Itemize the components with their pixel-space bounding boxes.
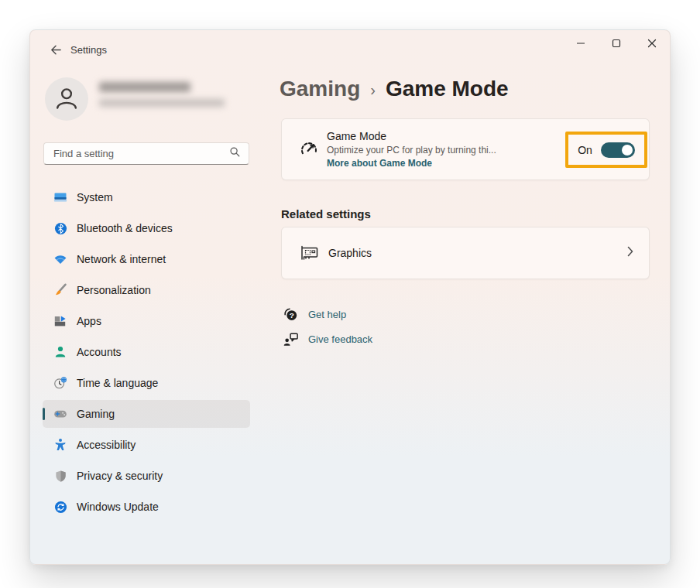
sidebar-item-label: Time & language (77, 377, 158, 389)
search-icon (229, 146, 241, 161)
speedometer-icon (299, 139, 319, 159)
chevron-right-icon: › (370, 79, 376, 99)
sidebar-item-accounts[interactable]: Accounts (43, 337, 250, 368)
personalization-icon (53, 283, 67, 297)
apps-icon (53, 314, 67, 328)
game-mode-title: Game Mode (327, 130, 496, 142)
user-name-blurred (99, 82, 190, 92)
more-about-game-mode-link[interactable]: More about Game Mode (327, 158, 496, 169)
sidebar-item-system[interactable]: System (43, 182, 250, 213)
minimize-icon (576, 37, 585, 51)
graphics-label: Graphics (328, 247, 627, 259)
maximize-icon (612, 37, 621, 51)
time-language-icon (53, 376, 67, 390)
selected-accent-bar (43, 408, 45, 420)
feedback-icon (283, 331, 299, 347)
sidebar-item-label: System (77, 191, 113, 203)
network-icon (53, 252, 67, 266)
minimize-button[interactable] (563, 30, 599, 58)
sidebar-item-label: Personalization (77, 284, 151, 296)
get-help-icon: ? (283, 306, 299, 323)
arrow-left-icon (50, 43, 63, 60)
sidebar-item-label: Network & internet (77, 253, 166, 265)
game-mode-card: Game Mode Optimize your PC for play by t… (281, 118, 650, 180)
sidebar-item-personalization[interactable]: Personalization (43, 275, 250, 306)
sidebar-item-label: Accounts (77, 346, 122, 358)
sidebar-item-label: Privacy & security (77, 470, 163, 482)
user-email-blurred (99, 99, 225, 107)
settings-window: Settings (29, 29, 671, 565)
sidebar-item-label: Windows Update (77, 501, 159, 513)
close-icon (647, 37, 657, 51)
sidebar-nav: System Bluetooth & devices Network & int… (43, 182, 250, 522)
sidebar-item-apps[interactable]: Apps (43, 306, 250, 337)
avatar[interactable] (45, 77, 88, 121)
chevron-right-icon (627, 246, 633, 260)
help-links: ? Get help Give feedback (283, 303, 372, 350)
maximize-button[interactable] (599, 30, 634, 58)
back-button[interactable] (44, 43, 67, 60)
sidebar-item-label: Bluetooth & devices (77, 222, 173, 234)
game-mode-description: Optimize your PC for play by turning thi… (327, 145, 496, 156)
breadcrumb: Gaming › Game Mode (280, 77, 509, 101)
search-box (43, 142, 249, 165)
svg-text:?: ? (290, 311, 294, 320)
get-help-link[interactable]: ? Get help (283, 303, 372, 326)
window-controls (563, 30, 670, 58)
accessibility-icon (53, 438, 67, 452)
sidebar-item-label: Apps (77, 315, 101, 327)
sidebar-item-accessibility[interactable]: Accessibility (43, 429, 250, 460)
toggle-knob (622, 145, 633, 156)
give-feedback-link[interactable]: Give feedback (283, 327, 372, 350)
close-button[interactable] (634, 30, 670, 58)
sidebar-item-time-language[interactable]: Time & language (43, 368, 250, 398)
search-input[interactable] (53, 148, 229, 159)
sidebar-item-label: Gaming (77, 408, 115, 420)
give-feedback-label: Give feedback (308, 333, 372, 345)
sidebar-item-windows-update[interactable]: Windows Update (43, 491, 250, 522)
accounts-icon (53, 345, 67, 359)
gaming-icon (53, 407, 67, 421)
shield-icon (53, 469, 67, 483)
toggle-highlight-annotation: On (565, 132, 647, 168)
windows-update-icon (53, 500, 67, 514)
get-help-label: Get help (308, 309, 346, 320)
sidebar-item-label: Accessibility (77, 439, 136, 451)
person-icon (52, 83, 81, 115)
gpu-card-icon (299, 244, 320, 262)
sidebar-item-privacy-security[interactable]: Privacy & security (43, 460, 250, 491)
sidebar-item-gaming[interactable]: Gaming (43, 400, 250, 428)
sidebar-item-network-internet[interactable]: Network & internet (43, 244, 250, 275)
breadcrumb-parent[interactable]: Gaming (280, 77, 360, 101)
graphics-settings-row[interactable]: Graphics (281, 227, 650, 279)
sidebar-item-bluetooth-devices[interactable]: Bluetooth & devices (43, 213, 250, 244)
system-icon (53, 190, 67, 204)
page-title: Game Mode (386, 77, 509, 101)
related-settings-heading: Related settings (281, 207, 371, 220)
game-mode-toggle[interactable] (601, 142, 635, 158)
window-title: Settings (70, 44, 107, 56)
game-mode-text-block: Game Mode Optimize your PC for play by t… (327, 130, 496, 169)
toggle-state-label: On (578, 144, 592, 156)
bluetooth-icon (53, 221, 67, 235)
